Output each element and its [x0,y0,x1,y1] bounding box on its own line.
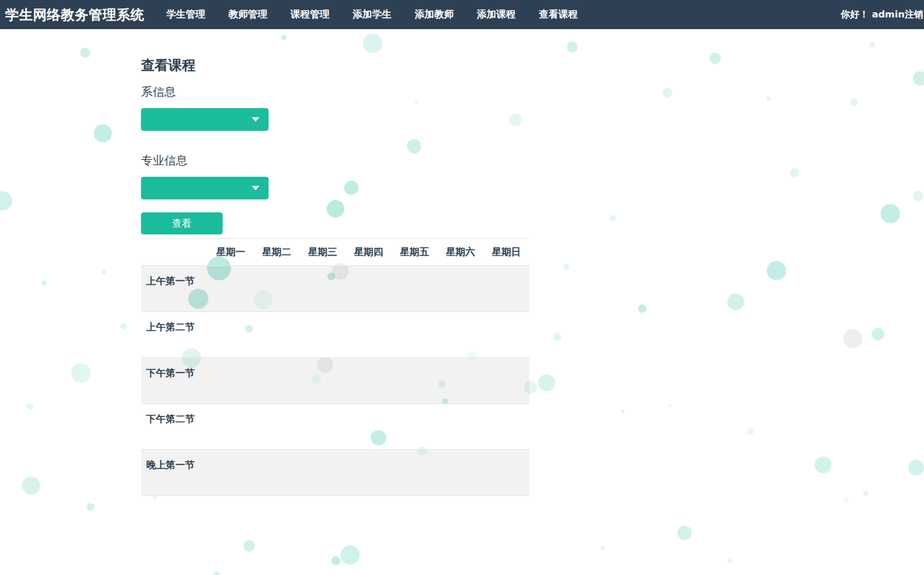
user-greeting: 你好！ admin [841,8,905,21]
day-header: 星期六 [437,239,483,266]
nav-item-教师管理[interactable]: 教师管理 [217,0,279,29]
major-label: 专业信息 [141,153,529,168]
timetable-cell [483,312,529,358]
timetable-row: 上午第一节 [141,266,529,312]
bubble [71,363,91,383]
timetable-cell [208,266,254,312]
bubble [850,98,858,106]
bubble [120,323,127,330]
bubble [638,304,646,313]
timetable-cell [483,358,529,404]
timetable-cell [254,404,300,450]
day-header: 星期四 [346,239,391,266]
main-content: 查看课程 系信息 专业信息 查看 星期一星期二星期三星期四星期五星期六星期日 上… [141,29,529,496]
nav-item-添加课程[interactable]: 添加课程 [465,0,527,29]
logout-link[interactable]: 注销 [905,8,923,21]
timetable-header-row: 星期一星期二星期三星期四星期五星期六星期日 [141,239,529,266]
bubble [727,293,744,310]
bubble [564,264,569,270]
period-label: 下午第一节 [141,358,208,404]
timetable-cell [346,312,391,358]
bubble [863,491,868,496]
bubble [553,333,561,341]
bubble [913,71,924,85]
day-header: 星期日 [483,239,529,266]
timetable-cell [483,450,529,496]
timetable-cell [437,312,483,358]
department-label: 系信息 [141,84,529,100]
bubble [0,191,12,210]
timetable-cell [483,404,529,450]
timetable-cell [437,450,483,496]
timetable-cell [346,450,391,496]
timetable-cell [300,266,346,312]
timetable-cell [391,266,437,312]
day-header: 星期五 [391,239,437,266]
bubble [600,546,605,550]
period-label: 上午第一节 [141,266,208,312]
timetable-cell [483,266,529,312]
app-brand[interactable]: 学生网络教务管理系统 [0,6,144,24]
timetable-row: 下午第一节 [141,358,529,404]
timetable-cell [254,312,300,358]
view-button[interactable]: 查看 [141,212,223,234]
bubble [767,261,786,280]
timetable-row: 晚上第一节 [141,450,529,496]
page-title: 查看课程 [141,29,529,74]
timetable-cell [300,450,346,496]
period-label: 下午第二节 [141,404,208,450]
caret-down-icon [252,186,259,190]
top-navbar: 学生网络教务管理系统 学生管理教师管理课程管理添加学生添加教师添加课程查看课程 … [0,0,924,29]
timetable-cell [346,404,391,450]
period-label: 上午第二节 [141,312,208,358]
bubble [913,191,923,201]
timetable-cell [346,358,391,404]
nav-item-查看课程[interactable]: 查看课程 [527,0,589,29]
bubble [621,410,624,413]
bubble [881,204,900,223]
page: 学生网络教务管理系统 学生管理教师管理课程管理添加学生添加教师添加课程查看课程 … [0,0,924,575]
period-label: 晚上第一节 [141,450,208,496]
timetable-cell [208,358,254,404]
bubble [340,545,360,565]
bubble [870,42,875,47]
bubble [102,270,106,275]
timetable-cell [300,358,346,404]
major-select[interactable] [141,177,269,199]
timetable-cell [391,358,437,404]
timetable-cell [346,266,391,312]
bubble [87,503,94,511]
bubble [677,526,692,540]
nav-item-添加学生[interactable]: 添加学生 [341,0,403,29]
bubble [538,374,555,391]
timetable-row: 上午第二节 [141,312,529,358]
timetable-cell [254,358,300,404]
bubble [80,48,90,58]
bubble [709,52,721,64]
timetable-cell [208,450,254,496]
timetable-cell [391,404,437,450]
timetable-cell [300,404,346,450]
bubble [94,124,112,142]
timetable-cell [437,266,483,312]
bubble [790,168,799,177]
department-select[interactable] [141,108,269,131]
nav-item-添加教师[interactable]: 添加教师 [403,0,465,29]
day-header: 星期三 [300,239,346,266]
bubble [567,41,578,52]
bubble [27,403,33,410]
course-timetable: 星期一星期二星期三星期四星期五星期六星期日 上午第一节上午第二节下午第一节下午第… [141,238,529,496]
bubble [214,571,219,575]
timetable-cell [254,450,300,496]
nav-item-学生管理[interactable]: 学生管理 [155,0,217,29]
bubble [872,328,885,341]
bubble [610,215,616,221]
timetable-cell [208,312,254,358]
bubble [663,88,672,98]
timetable-cell [391,312,437,358]
bubble [331,556,340,565]
bubble [766,96,771,101]
nav-item-课程管理[interactable]: 课程管理 [279,0,341,29]
bubble [668,404,672,407]
timetable-cell [437,358,483,404]
